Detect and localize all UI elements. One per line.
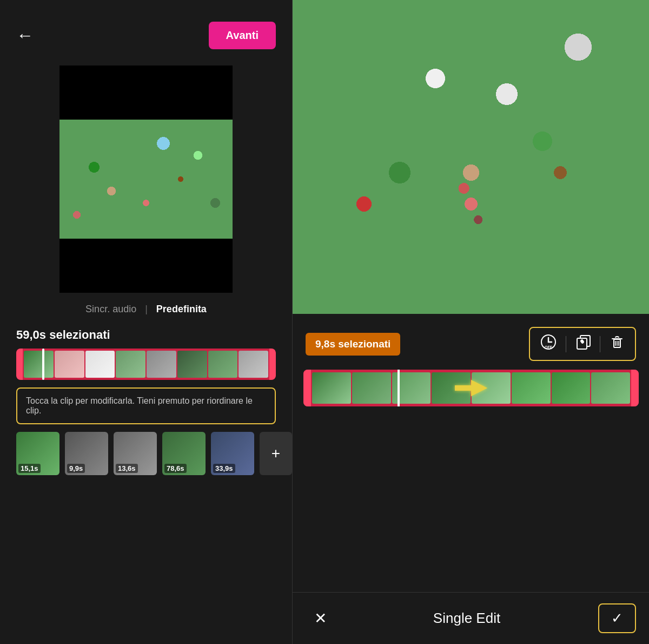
right-frame-1 (312, 372, 351, 404)
left-video-frame (59, 120, 233, 239)
speed-icon[interactable]: OFF (540, 333, 557, 354)
clip-item-4[interactable]: 78,6s (162, 432, 206, 475)
left-video-inner (59, 120, 233, 239)
frame-thumb-4 (116, 351, 145, 378)
audio-sync-label: Sincr. audio (85, 304, 136, 315)
frame-thumb-7 (208, 351, 238, 378)
right-frame-8 (591, 372, 630, 404)
delete-icon[interactable] (609, 334, 625, 354)
left-timeline-strip[interactable] (16, 349, 276, 380)
hint-box: Tocca la clip per modificarla. Tieni pre… (16, 387, 276, 424)
frame-thumb-1 (24, 351, 54, 378)
left-header: ← Avanti (0, 0, 292, 60)
svg-text:OFF: OFF (545, 345, 553, 349)
right-frame-6 (512, 372, 551, 404)
hint-text: Tocca la clip per modificarla. Tieni pre… (26, 396, 253, 415)
add-clip-icon: + (271, 445, 280, 462)
left-timeline-playhead (42, 349, 44, 380)
clip-item-3[interactable]: 13,6s (114, 432, 157, 475)
right-panel: 9,8s selezionati OFF (292, 0, 649, 644)
selected-duration-right: 9,8s selezionati (306, 333, 400, 356)
close-button[interactable]: ✕ (306, 605, 335, 632)
clip-duration-2: 9,9s (67, 464, 85, 473)
selected-duration-left: 59,0s selezionati (0, 328, 110, 342)
frame-thumb-2 (55, 351, 84, 378)
audio-sync-bar: Sincr. audio | Predefinita (85, 304, 207, 315)
clips-row: 15,1s 9,9s 13,6s 78,6s 33,9s + (0, 432, 292, 475)
single-edit-label: Single Edit (335, 610, 598, 627)
clip-item-5[interactable]: 33,9s (211, 432, 254, 475)
frame-thumb-8 (239, 351, 268, 378)
clip-item-1[interactable]: 15,1s (16, 432, 59, 475)
ctrl-divider-2 (600, 336, 600, 352)
right-video-preview (293, 0, 649, 314)
bottom-bar: ✕ Single Edit ✓ (293, 592, 649, 644)
arrow-indicator (428, 374, 514, 402)
svg-marker-9 (455, 380, 487, 396)
clip-duration-1: 15,1s (18, 464, 41, 473)
right-timeline-strip[interactable] (303, 370, 639, 406)
add-clip-button[interactable]: + (260, 432, 292, 475)
clip-duration-3: 13,6s (116, 464, 138, 473)
ctrl-divider-1 (566, 336, 566, 352)
left-panel: ← Avanti Sincr. audio | Predefinita 59,0… (0, 0, 292, 644)
right-video-frame (293, 0, 649, 314)
left-video-preview (59, 65, 233, 293)
frame-thumb-5 (147, 351, 176, 378)
right-controls: 9,8s selezionati OFF (293, 314, 649, 370)
right-timeline-playhead (398, 370, 400, 406)
clip-duration-5: 33,9s (213, 464, 235, 473)
clip-item-2[interactable]: 9,9s (65, 432, 108, 475)
avanti-button[interactable]: Avanti (209, 22, 276, 49)
divider: | (145, 304, 148, 315)
clip-duration-4: 78,6s (164, 464, 187, 473)
predefinita-label: Predefinita (156, 304, 207, 315)
left-timeline-frames (16, 349, 276, 380)
copy-icon[interactable] (575, 334, 591, 354)
right-frame-2 (352, 372, 391, 404)
frame-thumb-6 (177, 351, 207, 378)
right-video-inner (293, 0, 649, 314)
icon-controls-group: OFF (529, 327, 636, 361)
right-frame-7 (552, 372, 591, 404)
back-button[interactable]: ← (16, 25, 34, 45)
confirm-button[interactable]: ✓ (598, 603, 636, 633)
frame-thumb-3 (85, 351, 115, 378)
